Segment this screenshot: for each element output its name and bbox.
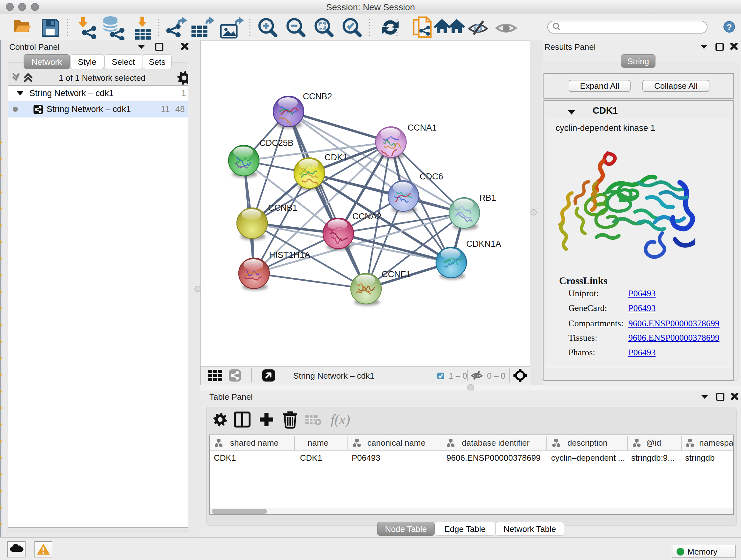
svg-text:namespac: namespac (699, 438, 734, 448)
svg-text:String Network – cdk1: String Network – cdk1 (293, 371, 374, 381)
svg-text:RB1: RB1 (479, 193, 496, 203)
svg-text:CDK1: CDK1 (325, 152, 347, 162)
svg-text:f(x): f(x) (331, 412, 350, 428)
svg-text:description: description (567, 438, 608, 448)
svg-text:@id: @id (646, 438, 661, 448)
svg-text:CCNE1: CCNE1 (382, 269, 411, 279)
svg-text:CDC25B: CDC25B (259, 138, 293, 148)
svg-text:CCNB2: CCNB2 (303, 91, 332, 101)
svg-text:canonical name: canonical name (367, 438, 425, 448)
svg-text:CCNA2: CCNA2 (352, 212, 382, 221)
svg-text:0 – 0: 0 – 0 (487, 371, 506, 381)
svg-text:HIST1H1A: HIST1H1A (269, 250, 310, 260)
svg-text:name: name (308, 438, 328, 448)
svg-text:1 of 1 Network selected: 1 of 1 Network selected (59, 73, 145, 83)
svg-text:CDKN1A: CDKN1A (466, 239, 501, 249)
svg-text:shared name: shared name (230, 438, 279, 448)
svg-text:CCNA1: CCNA1 (408, 123, 437, 132)
svg-text:database identifier: database identifier (462, 438, 530, 448)
svg-text:CDC6: CDC6 (420, 172, 443, 181)
svg-text:1 – 0: 1 – 0 (449, 371, 467, 381)
svg-text:CCNB1: CCNB1 (268, 203, 297, 212)
svg-text:?: ? (726, 22, 732, 32)
